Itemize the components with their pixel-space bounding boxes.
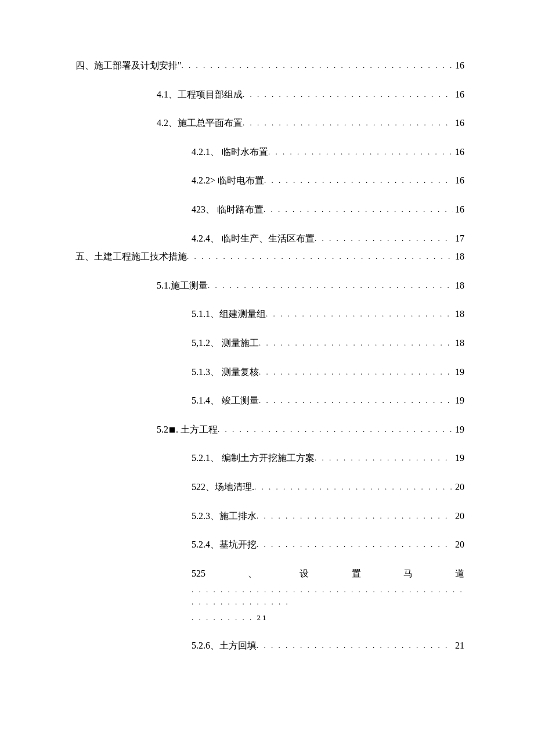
toc-label: 4.2.2> 临时电布置	[192, 173, 264, 188]
toc-page: 20	[453, 480, 464, 495]
toc-entry-4-2-3: 423、 临时路布置 16	[192, 202, 464, 217]
toc-label: 4.2、施工总平面布置	[157, 116, 243, 131]
toc-dots	[182, 60, 453, 72]
toc-label: 四、施工部署及计划安排"	[75, 58, 182, 73]
toc-dots	[264, 175, 453, 187]
toc-label: 5,1.2、 测量施工	[192, 336, 259, 351]
toc-page: 18	[453, 278, 464, 293]
toc-page: 19	[453, 422, 464, 437]
toc-entry-4-2-4: 4.2.4、 临时生产、生活区布置 17	[192, 231, 464, 246]
toc-dots	[257, 640, 453, 652]
toc-dots	[315, 233, 453, 245]
toc-dots	[264, 204, 453, 216]
toc-entry-5-2-5-line2: . . . . . . . . . . . . . . . . . . . . …	[192, 584, 464, 609]
toc-page: 20	[453, 509, 464, 524]
toc-dots	[259, 337, 453, 350]
toc-entry-5-2-5-line1: 525 、 设 置 马 道	[192, 566, 464, 581]
toc-page: 19	[453, 365, 464, 380]
toc-525-c3: 设	[300, 566, 309, 581]
toc-label: 5.2.6、土方回填	[192, 638, 257, 653]
toc-dots	[259, 366, 453, 379]
toc-dots	[259, 395, 453, 407]
toc-page: 16	[453, 145, 464, 160]
toc-page: 19	[453, 393, 464, 408]
toc-entry-4-1: 4.1、工程项目部组成 16	[157, 87, 464, 102]
toc-entry-5-1-1: 5.1.1、组建测量组 18	[192, 307, 464, 322]
toc-dots	[315, 452, 453, 465]
toc-label: 5.2.4、基坑开挖	[192, 537, 257, 552]
toc-525-c5: 马	[403, 566, 413, 581]
toc-entry-5-2-1: 5.2.1、 编制土方开挖施工方案 19	[192, 451, 464, 466]
toc-dots	[268, 146, 453, 159]
toc-page: 21	[453, 638, 464, 653]
toc-page: 19	[453, 451, 464, 466]
toc-entry-5-2-6: 5.2.6、土方回填 21	[192, 638, 464, 653]
toc-page: 17	[453, 231, 464, 246]
toc-label: 5.1.3、 测量复核	[192, 365, 259, 380]
toc-entry-4: 四、施工部署及计划安排" 16	[75, 58, 464, 73]
toc-dots	[257, 539, 453, 551]
toc-dots	[208, 280, 453, 292]
toc-label: 5.1.施工测量	[157, 278, 208, 293]
toc-label: 4.2.4、 临时生产、生活区布置	[192, 231, 315, 246]
toc-525-c4: 置	[352, 566, 361, 581]
toc-label: 5.2. 土方工程	[157, 422, 218, 437]
toc-page: 20	[453, 537, 464, 552]
toc-label: 522、场地清理.	[192, 480, 254, 495]
toc-entry-5-1-4: 5.1.4、 竣工测量 19	[192, 393, 464, 408]
toc-label: 5.1.1、组建测量组	[192, 307, 266, 322]
toc-dots	[187, 251, 453, 263]
toc-label: 423、 临时路布置	[192, 202, 264, 217]
toc-page: 18	[453, 336, 464, 351]
toc-label: 五、土建工程施工技术措施	[75, 249, 187, 264]
toc-page: 16	[453, 58, 464, 73]
toc-entry-5: 五、土建工程施工技术措施 18	[75, 249, 464, 264]
toc-page: 16	[453, 87, 464, 102]
toc-entry-5-1-3: 5.1.3、 测量复核 19	[192, 365, 464, 380]
toc-entry-5-1: 5.1.施工测量 18	[157, 278, 464, 293]
toc-entry-5-2-4: 5.2.4、基坑开挖 20	[192, 537, 464, 552]
toc-entry-5-1-2: 5,1.2、 测量施工 18	[192, 336, 464, 351]
toc-page: 18	[453, 249, 464, 264]
toc-dots	[254, 481, 453, 494]
toc-page: 18	[453, 307, 464, 322]
toc-page: 16	[453, 116, 464, 131]
toc-entry-4-2-2: 4.2.2> 临时电布置 16	[192, 173, 464, 188]
toc-entry-5-2: 5.2. 土方工程 19	[157, 422, 464, 437]
toc-label: 5.2.1、 编制土方开挖施工方案	[192, 451, 315, 466]
toc-label: 5.2.3、施工排水	[192, 509, 257, 524]
toc-entry-5-2-3: 5.2.3、施工排水 20	[192, 509, 464, 524]
toc-entry-5-2-5-line3: . . . . . . . . . 21	[192, 612, 464, 624]
toc-label: 5.1.4、 竣工测量	[192, 393, 259, 408]
toc-page: 16	[453, 202, 464, 217]
toc-dots	[257, 510, 453, 523]
toc-dots	[243, 89, 453, 101]
toc-entry-4-2-1: 4.2.1、 临时水布置 16	[192, 145, 464, 160]
toc-entry-5-2-2: 522、场地清理. 20	[192, 480, 464, 495]
toc-525-c2: 、	[248, 566, 257, 581]
toc-dots	[218, 424, 453, 436]
square-icon	[169, 427, 175, 433]
toc-page: 16	[453, 173, 464, 188]
toc-525-c1: 525	[192, 566, 205, 581]
toc-entry-4-2: 4.2、施工总平面布置 16	[157, 116, 464, 131]
toc-dots	[243, 117, 453, 129]
toc-525-c6: 道	[455, 566, 464, 581]
toc-label: 4.1、工程项目部组成	[157, 87, 243, 102]
toc-dots	[266, 308, 453, 321]
toc-label: 4.2.1、 临时水布置	[192, 145, 268, 160]
